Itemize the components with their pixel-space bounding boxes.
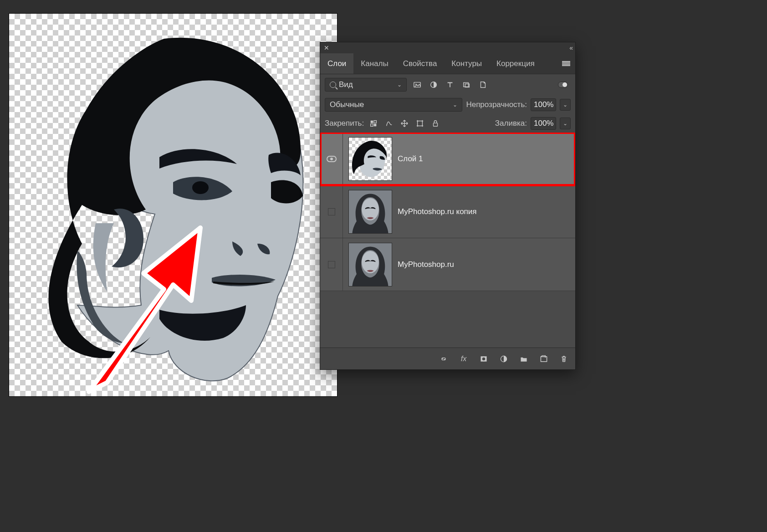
- smart-object-icon[interactable]: [477, 79, 489, 91]
- tab-channels[interactable]: Каналы: [353, 53, 395, 74]
- trash-icon[interactable]: [559, 354, 569, 364]
- filter-kind-label: Вид: [339, 80, 353, 89]
- layer-row[interactable]: Слой 1: [320, 133, 575, 185]
- svg-point-0: [192, 181, 209, 194]
- pixel-layer-icon[interactable]: [411, 79, 423, 91]
- lock-artboard-icon[interactable]: [414, 118, 426, 129]
- fill-slider-icon[interactable]: ⌄: [560, 118, 571, 129]
- panel-footer: fx: [320, 348, 575, 369]
- close-icon[interactable]: ✕: [324, 44, 329, 51]
- layer-filter-kind[interactable]: Вид ⌄: [325, 78, 407, 92]
- blend-mode-value: Обычные: [330, 100, 364, 109]
- layers-list: Слой 1 MyPhotoshop.ru копия: [320, 133, 575, 348]
- tab-label: Свойства: [403, 59, 437, 68]
- group-icon[interactable]: [519, 354, 529, 364]
- svg-rect-9: [374, 124, 376, 126]
- layer-name-label[interactable]: Слой 1: [398, 154, 423, 164]
- fx-icon[interactable]: fx: [459, 354, 469, 364]
- lock-pixels-icon[interactable]: [383, 118, 395, 129]
- layer-visibility-toggle[interactable]: [320, 238, 343, 291]
- filter-toggle[interactable]: [558, 82, 568, 88]
- panel-tabs: Слои Каналы Свойства Контуры Коррекция: [320, 53, 575, 74]
- new-layer-icon[interactable]: [539, 354, 549, 364]
- adjustment-icon[interactable]: [499, 354, 509, 364]
- svg-rect-8: [371, 124, 373, 126]
- svg-point-13: [362, 198, 379, 220]
- svg-point-17: [482, 357, 486, 360]
- layer-row[interactable]: MyPhotoshop.ru копия: [320, 185, 575, 238]
- shape-icon[interactable]: [460, 79, 472, 91]
- svg-rect-10: [418, 121, 423, 126]
- blend-opacity-row: Обычные ⌄ Непрозрачность: 100% ⌄: [320, 95, 575, 114]
- layer-thumbnail[interactable]: [348, 243, 392, 286]
- panel-menu-icon[interactable]: [557, 53, 575, 74]
- layer-thumbnail[interactable]: [348, 190, 392, 234]
- layer-visibility-toggle[interactable]: [320, 185, 343, 238]
- chevron-down-icon: ⌄: [453, 102, 457, 108]
- tab-properties[interactable]: Свойства: [396, 53, 445, 74]
- layer-filter-row: Вид ⌄: [320, 74, 575, 95]
- tab-label: Контуры: [451, 59, 482, 68]
- layer-row[interactable]: MyPhotoshop.ru: [320, 238, 575, 291]
- svg-rect-11: [434, 123, 438, 126]
- lock-transparency-icon[interactable]: [368, 118, 379, 129]
- tab-label: Слои: [327, 59, 346, 68]
- lock-all-icon[interactable]: [430, 118, 441, 129]
- link-icon[interactable]: [439, 354, 449, 364]
- search-icon: [330, 82, 336, 88]
- layer-visibility-toggle[interactable]: [320, 133, 343, 185]
- tab-paths[interactable]: Контуры: [444, 53, 489, 74]
- svg-rect-4: [464, 83, 469, 87]
- opacity-value[interactable]: 100%: [531, 98, 556, 111]
- mask-icon[interactable]: [479, 354, 489, 364]
- svg-rect-7: [374, 121, 376, 123]
- fill-label: Заливка:: [495, 119, 527, 128]
- lock-label: Закрепить:: [325, 119, 364, 128]
- type-icon[interactable]: [444, 79, 456, 91]
- blend-mode-select[interactable]: Обычные ⌄: [325, 98, 462, 112]
- visibility-off-icon: [328, 261, 335, 268]
- svg-rect-6: [371, 121, 373, 123]
- tab-layers[interactable]: Слои: [320, 53, 353, 74]
- layer-name-label[interactable]: MyPhotoshop.ru копия: [398, 207, 477, 216]
- visibility-off-icon: [328, 208, 335, 215]
- adjustment-circle-icon[interactable]: [428, 79, 440, 91]
- tab-adjustments[interactable]: Коррекция: [489, 53, 542, 74]
- tab-label: Каналы: [361, 59, 388, 68]
- collapse-icon[interactable]: «: [569, 44, 572, 51]
- eye-icon: [327, 156, 337, 162]
- svg-rect-19: [541, 357, 547, 362]
- chevron-down-icon: ⌄: [397, 82, 402, 88]
- layer-thumbnail[interactable]: [348, 137, 392, 181]
- svg-rect-20: [541, 357, 547, 362]
- panel-titlebar[interactable]: ✕ «: [320, 42, 575, 53]
- lock-position-icon[interactable]: [399, 118, 410, 129]
- annotation-arrow: [75, 223, 203, 396]
- layer-name-label[interactable]: MyPhotoshop.ru: [398, 260, 454, 269]
- opacity-label: Непрозрачность:: [466, 100, 527, 109]
- opacity-slider-icon[interactable]: ⌄: [560, 99, 571, 111]
- svg-point-15: [362, 251, 379, 273]
- fill-value[interactable]: 100%: [531, 117, 556, 130]
- lock-fill-row: Закрепить: Заливка: 100% ⌄: [320, 114, 575, 133]
- tab-label: Коррекция: [496, 59, 535, 68]
- layers-panel[interactable]: ✕ « Слои Каналы Свойства Контуры Коррекц…: [320, 42, 576, 370]
